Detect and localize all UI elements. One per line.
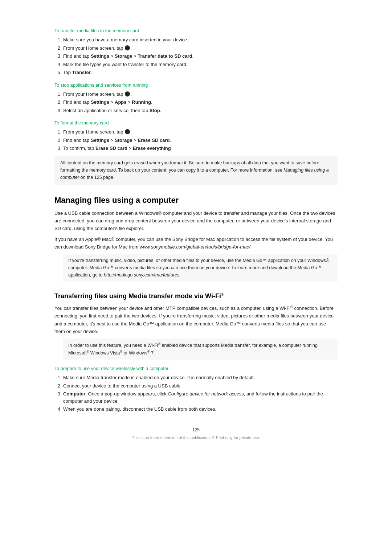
list-item: 1 Make sure Media transfer mode is enabl… [54,374,338,381]
format-note: All content on the memory card gets eras… [54,156,338,185]
page-number: 125 [54,427,338,432]
managing-body2: If you have an Apple® Mac® computer, you… [54,235,338,251]
list-item: 4 When you are done pairing, disconnect … [54,406,338,413]
list-item: 2 From your Home screen, tap . [54,45,338,52]
mac-url: www.sonymobile.com/global-en/tools/bridg… [140,244,250,250]
list-item: 4 Mark the file types you want to transf… [54,61,338,68]
managing-note: If you're transferring music, video, pic… [63,254,338,282]
managing-body1: Use a USB cable connection between a Win… [54,209,338,233]
page-content: To transfer media files to the memory ca… [54,0,338,469]
section1-heading: To transfer media files to the memory ca… [54,28,338,33]
list-item: 2 Connect your device to the computer us… [54,382,338,390]
list-item: 2 Find and tap Settings > Apps > Running… [54,99,338,106]
section3-list: 1 From your Home screen, tap . 2 Find an… [54,128,338,152]
list-item: 3 To confirm, tap Erase SD card > Erase … [54,145,338,152]
list-item: 3 Computer: Once a pop-up window appears… [54,390,338,405]
prepare-list: 1 Make sure Media transfer mode is enabl… [54,374,338,413]
list-item: 5 Tap Transfer. [54,69,338,76]
section1-list: 1 Make sure you have a memory card inser… [54,36,338,76]
list-item: 3 Find and tap Settings > Storage > Tran… [54,53,338,60]
gear-icon [125,129,130,134]
list-item: 1 From your Home screen, tap . [54,91,338,98]
prepare-heading: To prepare to use your device wirelessly… [54,366,338,371]
section2-list: 1 From your Home screen, tap . 2 Find an… [54,91,338,114]
list-item: 2 Find and tap Settings > Storage > Eras… [54,137,338,144]
gear-icon [125,45,130,50]
list-item: 1 From your Home screen, tap . [54,128,338,136]
list-item: 3 Select an application or service, then… [54,107,338,114]
section2-heading: To stop applications and services from r… [54,83,338,88]
transfer-note: In order to use this feature, you need a… [63,338,338,360]
list-item: 1 Make sure you have a memory card inser… [54,36,338,44]
transfer-title: Transferring files using Media transfer … [54,292,338,300]
section3-heading: To format the memory card [54,120,338,126]
gear-icon [125,91,130,97]
footer-text: This is an Internet version of this publ… [54,435,338,440]
mediago-url: http://mediago.sony.com/enu/features [104,272,179,278]
managing-title: Managing files using a computer [54,196,338,205]
transfer-body1: You can transfer files between your devi… [54,304,338,336]
